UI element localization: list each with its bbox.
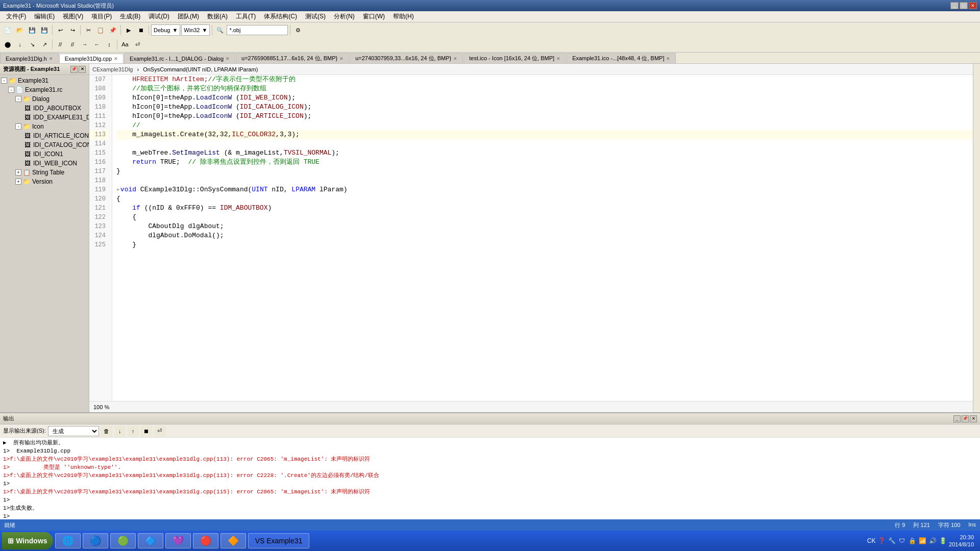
open-btn[interactable]: 📂 — [14, 24, 26, 36]
outdent-btn[interactable]: ← — [91, 39, 103, 50]
tree-node-dialog[interactable]: - 📁 Dialog — [1, 94, 88, 104]
paste-btn[interactable]: 📌 — [107, 24, 118, 36]
panel-close-btn[interactable]: ✕ — [79, 66, 86, 73]
toggle-example31[interactable]: - — [1, 78, 7, 84]
taskbar-item-4[interactable]: 🔷 — [138, 533, 163, 548]
output-close-btn[interactable]: ✕ — [970, 415, 977, 422]
step-out-btn[interactable]: ↗ — [39, 39, 50, 50]
start-debug-btn[interactable]: ▶ — [123, 24, 134, 36]
solution-tree[interactable]: - 📁 Example31 - 📄 Example31.rc - — [0, 75, 89, 412]
output-minimize-btn[interactable]: _ — [953, 415, 961, 422]
start-button[interactable]: ⊞ Windows — [2, 532, 53, 549]
new-project-btn[interactable]: 📄 — [2, 24, 13, 36]
tab-4-close[interactable]: ✕ — [453, 56, 457, 61]
tab-5[interactable]: test.ico - Icon [16x16, 24 位, BMP] ✕ — [463, 53, 566, 63]
menu-view[interactable]: 视图(V) — [59, 11, 87, 22]
tab-6-close[interactable]: ✕ — [666, 56, 670, 61]
toggle-version[interactable]: + — [15, 179, 21, 185]
tree-node-icon[interactable]: - 📁 Icon — [1, 122, 88, 131]
toggle-icon[interactable]: - — [15, 123, 21, 130]
save-all-btn[interactable]: 💾 — [39, 24, 50, 36]
taskbar-item-2[interactable]: 🔵 — [83, 533, 108, 548]
tab-2-close[interactable]: ✕ — [226, 56, 230, 61]
stop-btn[interactable]: ⏹ — [135, 24, 146, 36]
tree-node-article[interactable]: 🖼 IDI_ARTICLE_ICON — [1, 131, 88, 140]
output-wrap-btn[interactable]: ⏎ — [154, 425, 165, 437]
menu-project[interactable]: 项目(P) — [87, 11, 116, 22]
tab-3-close[interactable]: ✕ — [339, 56, 344, 61]
output-source-dropdown[interactable]: 生成 — [48, 426, 99, 436]
comment-btn[interactable]: // — [55, 39, 66, 50]
taskbar-item-5[interactable]: 💜 — [165, 533, 191, 548]
menu-help[interactable]: 帮助(H) — [389, 11, 418, 22]
menu-architecture[interactable]: 体系结构(C) — [260, 11, 301, 22]
menu-file[interactable]: 文件(F) — [2, 11, 30, 22]
tree-node-rc[interactable]: - 📄 Example31.rc — [1, 85, 88, 94]
search-input[interactable] — [227, 25, 288, 35]
properties-btn[interactable]: ⚙ — [292, 24, 304, 36]
tree-node-string-table[interactable]: + 📋 String Table — [1, 168, 88, 177]
toggle-dialog[interactable]: - — [15, 96, 21, 102]
tab-5-close[interactable]: ✕ — [556, 56, 560, 61]
format-btn[interactable]: Aa — [119, 39, 131, 50]
tab-3[interactable]: u=2765908851,17...6x16, 24 位, BMP} ✕ — [236, 53, 349, 63]
code-editor[interactable]: 107 108 109 110 111 112 113 114 115 116 … — [89, 75, 973, 401]
taskbar-item-vs[interactable]: VS Example31 — [248, 533, 309, 548]
indent-btn[interactable]: → — [79, 39, 90, 50]
menu-analyze[interactable]: 分析(N) — [330, 11, 359, 22]
tree-node-example31dial[interactable]: 🖼 IDD_EXAMPLE31_DIAL — [1, 113, 88, 122]
close-button[interactable]: ✕ — [969, 2, 977, 9]
taskbar-item-3[interactable]: 🟢 — [110, 533, 136, 548]
toggle-rc[interactable]: - — [8, 87, 14, 93]
copy-btn[interactable]: 📋 — [95, 24, 106, 36]
menu-data[interactable]: 数据(A) — [203, 11, 232, 22]
uncomment-btn[interactable]: // — [67, 39, 78, 50]
search-btn[interactable]: 🔍 — [214, 24, 226, 36]
step-into-btn[interactable]: ↘ — [27, 39, 38, 50]
toggle-string-table[interactable]: + — [15, 169, 21, 176]
menu-edit[interactable]: 编辑(E) — [30, 11, 59, 22]
tree-node-version[interactable]: + 📁 Version — [1, 177, 88, 186]
minimize-button[interactable]: _ — [950, 2, 959, 9]
clock[interactable]: 20:30 2014/8/10 — [949, 534, 974, 548]
step-over-btn[interactable]: ↓ — [14, 39, 26, 50]
menu-team[interactable]: 团队(M) — [174, 11, 203, 22]
undo-btn[interactable]: ↩ — [55, 24, 66, 36]
tree-node-aboutbox[interactable]: 🖼 IDD_ABOUTBOX — [1, 104, 88, 113]
menu-window[interactable]: 窗口(W) — [359, 11, 389, 22]
breakpoint-btn[interactable]: ⬤ — [2, 39, 13, 50]
tab-2[interactable]: Example31.rc - I...1_DIALOG - Dialog ✕ — [124, 53, 235, 63]
platform-dropdown[interactable]: Win32 ▼ — [181, 24, 210, 36]
sort-btn[interactable]: ↕ — [104, 39, 115, 50]
menu-tools[interactable]: 工具(T) — [232, 11, 260, 22]
restore-button[interactable]: □ — [960, 2, 968, 9]
tree-node-web[interactable]: 🖼 IDI_WEB_ICON — [1, 159, 88, 168]
output-stop-btn[interactable]: ⏹ — [141, 425, 152, 437]
tab-0-close[interactable]: ✕ — [49, 56, 53, 61]
save-btn[interactable]: 💾 — [27, 24, 38, 36]
taskbar-item-ie[interactable]: 🌐 — [55, 533, 81, 548]
right-scrollbar[interactable] — [973, 64, 980, 412]
taskbar-item-7[interactable]: 🔶 — [220, 533, 246, 548]
tree-node-icon1[interactable]: 🖼 IDI_ICON1 — [1, 149, 88, 159]
debug-config-dropdown[interactable]: Debug ▼ — [151, 24, 180, 36]
tree-node-example31[interactable]: - 📁 Example31 — [1, 76, 88, 85]
output-next-btn[interactable]: ↓ — [114, 425, 126, 437]
taskbar-item-6[interactable]: 🔴 — [193, 533, 218, 548]
tab-0[interactable]: Example31Dlg.h ✕ — [0, 53, 59, 63]
output-clear-btn[interactable]: 🗑 — [101, 425, 112, 437]
cut-btn[interactable]: ✂ — [83, 24, 94, 36]
panel-pin-btn[interactable]: 📌 — [70, 66, 78, 73]
tab-1[interactable]: Example31Dlg.cpp ✕ — [59, 54, 124, 64]
redo-btn[interactable]: ↪ — [67, 24, 78, 36]
output-pin-btn[interactable]: 📌 — [962, 415, 969, 422]
tree-node-catalog[interactable]: 🖼 IDI_CATALOG_ICON — [1, 140, 88, 149]
menu-build[interactable]: 生成(B) — [116, 11, 144, 22]
tab-1-close[interactable]: ✕ — [114, 56, 118, 61]
tab-4[interactable]: u=2740307959,33...6x16, 24 位, BMP} ✕ — [350, 53, 463, 63]
menu-debug[interactable]: 调试(D) — [144, 11, 174, 22]
output-prev-btn[interactable]: ↑ — [128, 425, 139, 437]
tab-6[interactable]: Example31.ico -...[48x48, 4 位, BMP] ✕ — [567, 53, 676, 63]
word-wrap-btn[interactable]: ⏎ — [132, 39, 143, 50]
menu-test[interactable]: 测试(S) — [301, 11, 330, 22]
